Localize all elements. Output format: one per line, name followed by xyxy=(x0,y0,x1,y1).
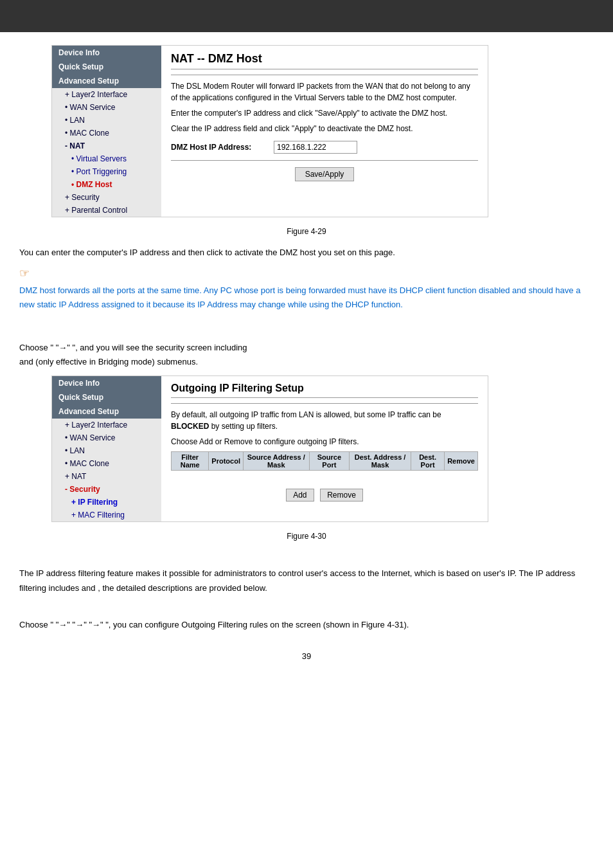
choose-2b: "→" xyxy=(56,620,70,629)
sidebar2-layer2[interactable]: + Layer2 Interface xyxy=(52,419,161,431)
sidebar-item-quick-setup[interactable]: Quick Setup xyxy=(52,60,161,74)
sidebar-item-mac-clone[interactable]: • MAC Clone xyxy=(52,127,161,140)
form-row-dmz: DMZ Host IP Address: xyxy=(171,141,478,154)
filter-desc-2: Choose Add or Remove to configure outgoi… xyxy=(171,436,478,448)
filter-btn-row: Add Remove xyxy=(171,489,478,505)
page-content: Device Info Quick Setup Advanced Setup +… xyxy=(0,32,613,674)
filter-desc-1: By default, all outgoing IP traffic from… xyxy=(171,409,478,432)
table-row-empty xyxy=(172,471,478,482)
figure1-caption: Figure 4-29 xyxy=(19,227,594,236)
th-dest-port: Dest. Port xyxy=(411,452,445,471)
sidebar-item-virtual-servers[interactable]: • Virtual Servers xyxy=(52,152,161,165)
choose-1e: (only effective in Bridging mode) submen… xyxy=(35,357,198,366)
sidebar-item-nat[interactable]: - NAT xyxy=(52,140,161,152)
router-panel-1: Device Info Quick Setup Advanced Setup +… xyxy=(51,45,488,217)
sidebar2-mac-clone[interactable]: • MAC Clone xyxy=(52,457,161,470)
sidebar2-wan[interactable]: • WAN Service xyxy=(52,431,161,444)
body-text-1a: You can enter the computer's IP address … xyxy=(19,248,223,257)
sidebar-item-wan[interactable]: • WAN Service xyxy=(52,101,161,114)
choose-text-1: Choose " "→" ", and you will see the sec… xyxy=(19,341,594,369)
th-filter-name: Filter Name xyxy=(172,452,209,471)
save-apply-button[interactable]: Save/Apply xyxy=(295,167,355,181)
choose-2a: Choose " xyxy=(19,620,53,629)
sidebar2-ip-filtering[interactable]: + IP Filtering xyxy=(52,496,161,509)
th-src-addr: Source Address / Mask xyxy=(243,452,309,471)
panel-title-1: NAT -- DMZ Host xyxy=(171,52,478,69)
body-text-1b: to activate the DMZ host you set on this… xyxy=(225,248,395,257)
sidebar2-advanced-setup[interactable]: Advanced Setup xyxy=(52,404,161,419)
sidebar-2: Device Info Quick Setup Advanced Setup +… xyxy=(52,376,161,521)
bottom-text-1: The IP address filtering feature makes i… xyxy=(19,566,594,595)
btn-row-save: Save/Apply xyxy=(171,167,478,185)
bottom-1c: , the detailed descriptions are provided… xyxy=(98,583,267,593)
sidebar2-security[interactable]: - Security xyxy=(52,483,161,496)
note-text: DMZ host forwards all the ports at the s… xyxy=(19,284,594,312)
sidebar-item-device-info[interactable]: Device Info xyxy=(52,46,161,60)
th-dest-addr: Dest. Address / Mask xyxy=(350,452,411,471)
sidebar2-mac-filtering[interactable]: + MAC Filtering xyxy=(52,509,161,521)
choose-1b: "→" xyxy=(56,343,70,352)
desc-text-2: Enter the computer's IP address and clic… xyxy=(171,107,478,119)
add-button[interactable]: Add xyxy=(286,489,314,502)
dmz-ip-input[interactable] xyxy=(274,141,357,154)
sidebar-item-security[interactable]: + Security xyxy=(52,191,161,204)
main-panel-1: NAT -- DMZ Host The DSL Modem Router wil… xyxy=(161,46,488,217)
sidebar-item-lan[interactable]: • LAN xyxy=(52,114,161,127)
body-text-1: You can enter the computer's IP address … xyxy=(19,246,594,260)
th-remove: Remove xyxy=(445,452,478,471)
sidebar-1: Device Info Quick Setup Advanced Setup +… xyxy=(52,46,161,217)
sidebar-item-advanced-setup[interactable]: Advanced Setup xyxy=(52,74,161,88)
router-panel-2: Device Info Quick Setup Advanced Setup +… xyxy=(51,375,488,522)
sidebar2-device-info[interactable]: Device Info xyxy=(52,376,161,390)
sidebar2-nat[interactable]: + NAT xyxy=(52,470,161,483)
sidebar-item-layer2[interactable]: + Layer2 Interface xyxy=(52,88,161,101)
sidebar2-quick-setup[interactable]: Quick Setup xyxy=(52,390,161,404)
filter-table: Filter Name Protocol Source Address / Ma… xyxy=(171,451,478,482)
th-protocol: Protocol xyxy=(209,452,244,471)
sidebar2-lan[interactable]: • LAN xyxy=(52,444,161,457)
table-header-row: Filter Name Protocol Source Address / Ma… xyxy=(172,452,478,471)
panel-title-2: Outgoing IP Filtering Setup xyxy=(171,383,478,398)
desc-text-3: Clear the IP address field and click "Ap… xyxy=(171,123,478,134)
dmz-label: DMZ Host IP Address: xyxy=(171,143,274,152)
choose-1c: ", and you will see the security screen … xyxy=(73,343,247,352)
choose-2d: "→" xyxy=(89,620,103,629)
desc-text-1: The DSL Modem Router will forward IP pac… xyxy=(171,80,478,104)
sidebar-item-parental[interactable]: + Parental Control xyxy=(52,204,161,217)
choose-2e: ", you can configure Outgoing Filtering … xyxy=(105,620,409,629)
th-src-port: Source Port xyxy=(309,452,350,471)
choose-text-2: Choose " "→" "→" "→" ", you can configur… xyxy=(19,618,594,632)
figure2-caption: Figure 4-30 xyxy=(19,532,594,541)
sidebar-item-port-triggering[interactable]: • Port Triggering xyxy=(52,165,161,178)
note-icon: ☞ xyxy=(19,266,594,280)
remove-button[interactable]: Remove xyxy=(320,489,363,502)
choose-2c: "→" xyxy=(73,620,87,629)
bottom-1b: and xyxy=(82,583,96,593)
page-number: 39 xyxy=(19,651,594,661)
choose-1d: and xyxy=(19,357,33,366)
top-bar xyxy=(0,0,613,32)
choose-1a: Choose " xyxy=(19,343,53,352)
sidebar-item-dmz-host[interactable]: • DMZ Host xyxy=(52,178,161,191)
main-panel-2: Outgoing IP Filtering Setup By default, … xyxy=(161,376,488,521)
